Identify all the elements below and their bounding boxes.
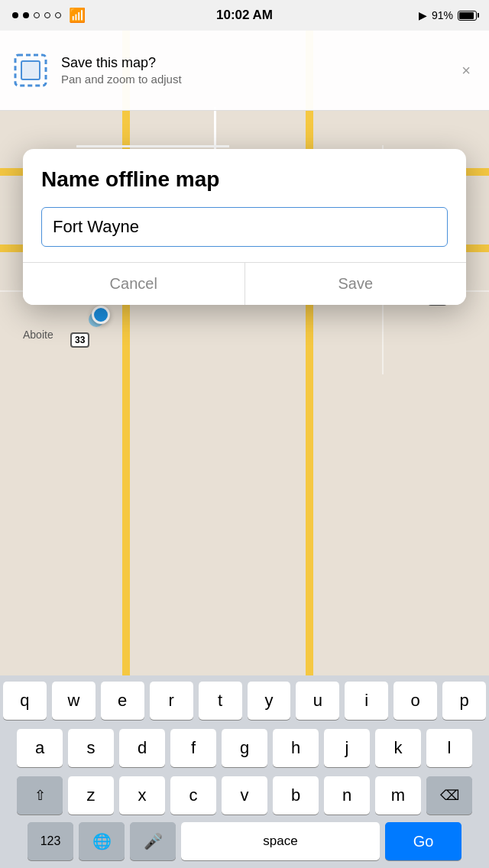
dialog-title: Name offline map	[41, 167, 448, 192]
signal-dot-3	[34, 12, 40, 18]
go-key[interactable]: Go	[385, 822, 461, 860]
dialog-body: Name offline map	[23, 149, 466, 247]
key-m[interactable]: m	[375, 776, 421, 815]
wifi-icon: 📶	[69, 7, 86, 24]
key-f[interactable]: f	[170, 729, 216, 767]
key-x[interactable]: x	[119, 776, 165, 815]
map-name-input[interactable]	[41, 207, 448, 247]
key-t[interactable]: t	[199, 682, 242, 720]
key-o[interactable]: o	[393, 682, 437, 720]
key-y[interactable]: y	[248, 682, 291, 720]
status-time: 10:02 AM	[216, 8, 273, 23]
signal-area: 📶	[12, 7, 86, 24]
key-a[interactable]: a	[17, 729, 63, 767]
key-r[interactable]: r	[150, 682, 193, 720]
key-q[interactable]: q	[3, 682, 47, 720]
status-right-area: ▶ 91%	[419, 9, 477, 21]
battery-pct: 91%	[432, 9, 453, 21]
keyboard: q w e r t y u i o p a s d f g h j k l ⇧ …	[0, 675, 489, 868]
key-w[interactable]: w	[52, 682, 96, 720]
key-l[interactable]: l	[426, 729, 472, 767]
space-key[interactable]: space	[181, 822, 380, 860]
key-v[interactable]: v	[222, 776, 267, 815]
battery-icon	[458, 11, 477, 21]
key-u[interactable]: u	[296, 682, 339, 720]
status-bar: 📶 10:02 AM ▶ 91%	[0, 0, 489, 31]
key-k[interactable]: k	[375, 729, 421, 767]
key-h[interactable]: h	[273, 729, 319, 767]
numbers-key[interactable]: 123	[28, 822, 73, 860]
key-s[interactable]: s	[68, 729, 114, 767]
keyboard-row-1: q w e r t y u i o p	[0, 675, 489, 723]
key-z[interactable]: z	[68, 776, 114, 815]
signal-dot-4	[44, 12, 50, 18]
name-offline-map-dialog: Name offline map Cancel Save	[23, 149, 466, 305]
key-j[interactable]: j	[324, 729, 370, 767]
microphone-key[interactable]: 🎤	[130, 822, 176, 860]
key-g[interactable]: g	[222, 729, 267, 767]
shift-key[interactable]: ⇧	[17, 776, 63, 815]
signal-dot-2	[23, 12, 29, 18]
globe-key[interactable]: 🌐	[79, 822, 125, 860]
keyboard-row-2: a s d f g h j k l	[0, 723, 489, 770]
key-p[interactable]: p	[442, 682, 486, 720]
battery-fill	[459, 12, 474, 19]
key-c[interactable]: c	[170, 776, 216, 815]
dialog-buttons: Cancel Save	[23, 262, 466, 305]
cancel-button[interactable]: Cancel	[23, 263, 244, 305]
key-b[interactable]: b	[273, 776, 319, 815]
signal-dot-1	[12, 12, 18, 18]
key-d[interactable]: d	[119, 729, 165, 767]
key-i[interactable]: i	[345, 682, 388, 720]
signal-dot-5	[55, 12, 61, 18]
keyboard-row-3: ⇧ z x c v b n m ⌫	[0, 770, 489, 818]
keyboard-row-4: 123 🌐 🎤 space Go	[0, 818, 489, 868]
key-e[interactable]: e	[101, 682, 144, 720]
backspace-key[interactable]: ⌫	[426, 776, 472, 815]
key-n[interactable]: n	[324, 776, 370, 815]
location-icon: ▶	[419, 9, 427, 21]
save-button[interactable]: Save	[245, 263, 467, 305]
